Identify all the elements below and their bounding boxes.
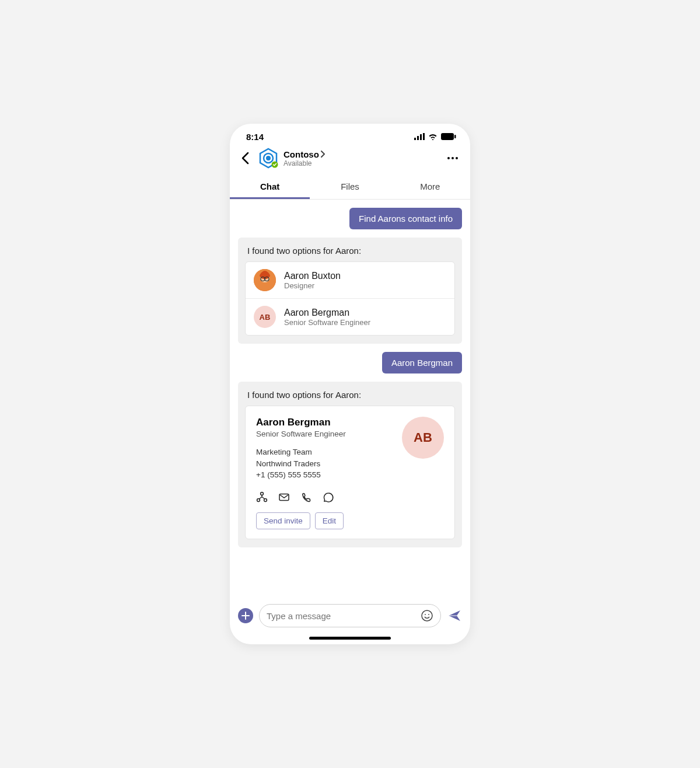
add-button[interactable] [238,608,253,623]
bot-reply-contact: I found two options for Aaron: Aaron Ber… [238,382,462,547]
emoji-icon[interactable] [421,609,433,622]
svg-point-22 [425,614,426,615]
battery-icon [441,132,456,142]
bot-intro-text: I found two options for Aaron: [247,390,453,400]
bot-avatar[interactable] [258,148,279,169]
tab-bar: Chat Files More [230,174,470,200]
wifi-icon [428,132,438,142]
user-message: Aaron Bergman [382,352,462,373]
send-button[interactable] [447,608,462,623]
more-button[interactable] [444,150,461,166]
contact-avatar: AB [402,417,444,459]
contact-team: Marketing Team [256,446,346,458]
send-invite-button[interactable]: Send invite [256,512,310,529]
edit-button[interactable]: Edit [315,512,344,529]
composer [230,598,470,631]
svg-point-10 [447,157,450,159]
user-message: Find Aarons contact info [349,208,462,229]
option-name: Aaron Buxton [284,271,341,281]
svg-point-11 [452,157,454,159]
option-row[interactable]: Aaron Buxton Designer [246,262,454,298]
contact-info: Marketing Team Northwind Traders +1 (555… [256,446,346,481]
chat-icon[interactable] [323,491,334,503]
bot-reply-options: I found two options for Aaron: Aaron B [238,238,462,344]
svg-point-12 [456,157,458,159]
contact-phone: +1 (555) 555 5555 [256,469,346,481]
option-row[interactable]: AB Aaron Bergman Senior Software Enginee… [246,298,454,335]
contact-action-icons [256,491,444,503]
svg-rect-3 [423,133,425,140]
svg-rect-2 [420,134,422,140]
svg-point-21 [422,610,432,621]
svg-rect-0 [414,138,416,140]
signal-icon [414,132,425,142]
status-indicators [414,132,456,142]
header-title: Contoso [284,149,319,159]
avatar-photo [254,269,276,291]
contact-name: Aaron Bergman [256,417,346,428]
home-indicator[interactable] [309,637,391,640]
header-text[interactable]: Contoso Available [284,149,440,167]
chat-body[interactable]: Find Aarons contact info I found two opt… [230,200,470,598]
contact-card: Aaron Bergman Senior Software Engineer M… [245,406,455,539]
phone-icon[interactable] [300,491,312,503]
contact-company: Northwind Traders [256,458,346,470]
contact-buttons: Send invite Edit [256,512,444,529]
status-bar: 8:14 [230,124,470,144]
svg-rect-5 [454,135,456,138]
option-role: Designer [284,281,341,290]
header-subtitle: Available [284,159,440,167]
contact-role: Senior Software Engineer [256,430,346,438]
status-time: 8:14 [246,132,264,142]
phone-frame: 8:14 [230,124,470,644]
svg-point-23 [428,614,429,615]
avatar-initials: AB [254,306,276,328]
bot-intro-text: I found two options for Aaron: [247,246,453,256]
org-chart-icon[interactable] [256,491,268,503]
option-name: Aaron Bergman [284,308,370,318]
svg-point-17 [261,492,264,495]
message-input-wrap[interactable] [259,604,441,627]
chat-header: Contoso Available [230,144,470,170]
option-role: Senior Software Engineer [284,318,370,327]
back-button[interactable] [237,150,253,166]
tab-more[interactable]: More [390,174,470,199]
svg-point-8 [266,156,271,160]
tab-chat[interactable]: Chat [230,174,310,199]
message-input[interactable] [267,611,416,621]
svg-rect-4 [441,133,454,140]
chevron-right-icon [320,149,326,159]
tab-files[interactable]: Files [310,174,390,199]
mail-icon[interactable] [278,491,290,503]
svg-rect-1 [417,136,419,140]
options-card: Aaron Buxton Designer AB Aaron Bergman S… [245,261,455,336]
